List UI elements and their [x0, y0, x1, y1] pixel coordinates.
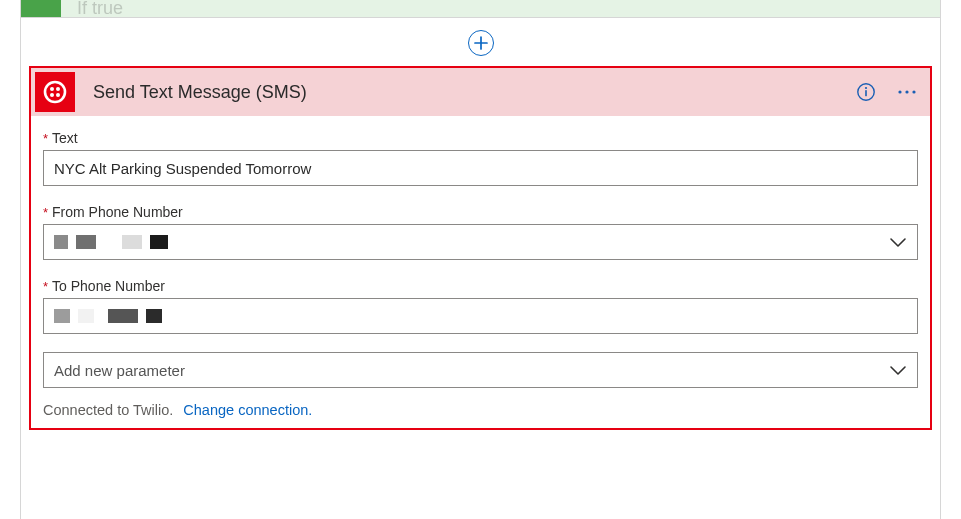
svg-point-5	[50, 93, 54, 97]
text-field-label: * Text	[43, 130, 918, 146]
from-phone-value-redacted	[54, 235, 168, 249]
connection-status: Connected to Twilio.	[43, 402, 173, 418]
add-step-button[interactable]	[468, 30, 494, 56]
card-title: Send Text Message (SMS)	[93, 82, 856, 103]
svg-point-11	[905, 90, 908, 93]
chevron-down-icon	[889, 364, 907, 376]
condition-true-header[interactable]: If true	[21, 0, 940, 18]
change-connection-link[interactable]: Change connection.	[183, 402, 312, 418]
from-phone-select[interactable]	[43, 224, 918, 260]
svg-rect-9	[865, 90, 867, 96]
svg-point-2	[45, 82, 65, 102]
twilio-icon	[35, 72, 75, 112]
text-input-value: NYC Alt Parking Suspended Tomorrow	[54, 160, 311, 177]
svg-point-6	[56, 93, 60, 97]
card-header[interactable]: Send Text Message (SMS)	[31, 68, 930, 116]
more-icon[interactable]	[896, 82, 918, 102]
required-star: *	[43, 205, 48, 220]
svg-point-4	[56, 87, 60, 91]
add-parameter-placeholder: Add new parameter	[54, 362, 185, 379]
text-input[interactable]: NYC Alt Parking Suspended Tomorrow	[43, 150, 918, 186]
chevron-down-icon	[889, 236, 907, 248]
from-field-label: * From Phone Number	[43, 204, 918, 220]
info-icon[interactable]	[856, 82, 876, 102]
condition-true-label: If true	[77, 0, 123, 19]
to-phone-input[interactable]	[43, 298, 918, 334]
svg-point-8	[865, 87, 867, 89]
to-phone-value-redacted	[54, 309, 162, 323]
svg-point-10	[898, 90, 901, 93]
plus-icon	[474, 36, 488, 50]
svg-point-12	[912, 90, 915, 93]
required-star: *	[43, 279, 48, 294]
twilio-sms-action-card: Send Text Message (SMS) * Text	[29, 66, 932, 430]
svg-point-3	[50, 87, 54, 91]
check-icon	[21, 0, 61, 17]
to-field-label: * To Phone Number	[43, 278, 918, 294]
add-parameter-select[interactable]: Add new parameter	[43, 352, 918, 388]
required-star: *	[43, 131, 48, 146]
